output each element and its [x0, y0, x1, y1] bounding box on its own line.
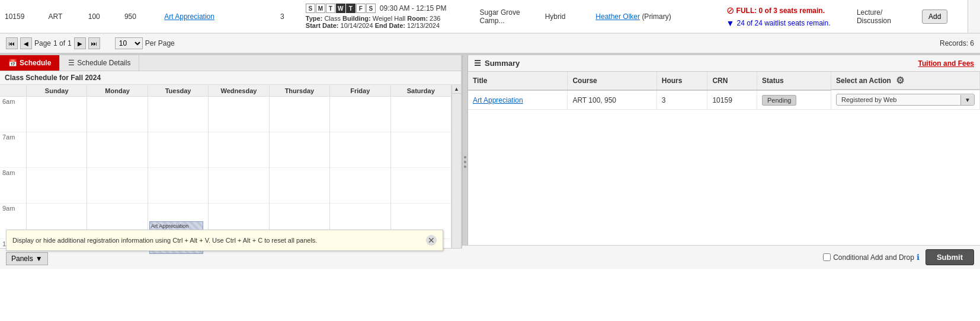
- summary-title: ☰ Summary: [474, 59, 520, 68]
- full-text: FULL: 0 of 3 seats remain.: [736, 7, 825, 15]
- course-num-cell: 100: [84, 0, 120, 33]
- pagination-left: ⏮ ◀ Page 1 of 1 ▶ ⏭ 10 25 50 100 Per Pag…: [6, 37, 175, 49]
- col-title: Title: [468, 72, 568, 90]
- col-action-label: Select an Action: [836, 77, 891, 85]
- cell-wed-7: [209, 132, 268, 168]
- gear-icon[interactable]: ⚙: [896, 75, 904, 86]
- tab-schedule-details[interactable]: ☰ Schedule Details: [60, 55, 139, 71]
- cell-wed-8: [209, 168, 268, 204]
- day-m: M: [316, 4, 325, 13]
- building-value: Weigel Hall: [373, 15, 405, 22]
- next-page-button[interactable]: ▶: [74, 37, 86, 49]
- tab-bar: 📅 Schedule ☰ Schedule Details: [0, 55, 461, 71]
- resize-handle[interactable]: [462, 55, 468, 269]
- page-label: Page: [34, 39, 51, 47]
- course-row: 10159 ART 100 950 Art Appreciation 3 S M…: [0, 0, 980, 33]
- summary-icon: ☰: [474, 59, 481, 68]
- days-row: S M T W T F S 09:30 AM - 12:15 PM: [306, 4, 470, 13]
- submit-button[interactable]: Submit: [925, 249, 974, 265]
- row-hours: 3: [656, 90, 707, 110]
- seats-cell: ⊘ FULL: 0 of 3 seats remain. ▼ 24 of 24 …: [722, 0, 852, 33]
- header-thursday: Thursday: [270, 85, 329, 97]
- prev-page-button[interactable]: ◀: [20, 37, 32, 49]
- schedule-bottom-bar: Panels ▼: [0, 248, 462, 269]
- resize-dot-2: [464, 161, 466, 163]
- resize-dot-3: [464, 166, 466, 168]
- tab-schedule[interactable]: 📅 Schedule: [0, 55, 60, 71]
- submit-bar: Conditional Add and Drop ℹ Submit: [462, 245, 980, 269]
- instructor-role: (Primary): [642, 12, 671, 21]
- list-icon: ☰: [68, 59, 75, 67]
- cell-sun-8: [27, 168, 87, 204]
- header-sunday: Sunday: [27, 85, 87, 97]
- header-friday: Friday: [330, 85, 390, 97]
- start-value: 10/14/2024: [341, 22, 373, 29]
- instructor-link[interactable]: Heather Olker: [595, 12, 640, 21]
- bottom-section: 📅 Schedule ☰ Schedule Details Class Sche…: [0, 55, 980, 269]
- info-icon[interactable]: ℹ: [917, 253, 920, 262]
- course-results-section: 10159 ART 100 950 Art Appreciation 3 S M…: [0, 0, 980, 55]
- tab-schedule-details-label: Schedule Details: [77, 59, 130, 67]
- campus-cell: Sugar Grove Camp...: [475, 0, 540, 33]
- dropdown-arrow-icon[interactable]: ▼: [960, 95, 974, 105]
- tuition-fees-link[interactable]: Tuition and Fees: [918, 59, 974, 68]
- panels-button[interactable]: Panels ▼: [6, 252, 48, 265]
- cell-sat-7: [391, 132, 451, 168]
- scroll-up-btn[interactable]: ▲: [452, 85, 461, 94]
- vertical-scrollbar[interactable]: ▲ ▼: [451, 85, 461, 269]
- tooltip-text: Display or hide additional registration …: [12, 237, 317, 244]
- end-label: End Date:: [375, 22, 405, 29]
- page-of: 1 of: [53, 39, 65, 47]
- end-value: 12/13/2024: [407, 22, 440, 29]
- cell-sat-6: [391, 97, 451, 132]
- time-7am: 7am: [0, 132, 26, 168]
- schedule-panel: 📅 Schedule ☰ Schedule Details Class Sche…: [0, 55, 462, 269]
- method-cell: Hybrid: [540, 0, 591, 33]
- records-count: Records: 6: [940, 39, 974, 47]
- header-monday: Monday: [87, 85, 147, 97]
- col-crn: CRN: [707, 72, 757, 90]
- instructor-cell: Heather Olker (Primary): [591, 0, 721, 33]
- row-action: Registered by Web ▼: [831, 90, 980, 110]
- col-action: Select an Action ⚙: [831, 72, 979, 90]
- tab-schedule-label: Schedule: [20, 59, 51, 67]
- summary-row-1: Art Appreciation ART 100, 950 3 10159 Pe…: [468, 90, 980, 110]
- full-line: ⊘ FULL: 0 of 3 seats remain.: [726, 5, 847, 16]
- type-label: Type:: [306, 15, 323, 22]
- right-scroll: [968, 0, 980, 33]
- room-label: Room:: [407, 15, 428, 22]
- waitlist-text: 24 of 24 waitlist seats remain.: [736, 19, 830, 27]
- row-title-link[interactable]: Art Appreciation: [473, 96, 523, 104]
- row-title: Art Appreciation: [468, 90, 568, 110]
- time-header: [0, 85, 26, 97]
- time-8am: 8am: [0, 168, 26, 204]
- summary-header-row: Title Course Hours CRN Status Select an …: [468, 72, 980, 90]
- per-page-label: Per Page: [145, 39, 175, 47]
- seats-info: ⊘ FULL: 0 of 3 seats remain. ▼ 24 of 24 …: [726, 5, 847, 28]
- cell-fri-7: [330, 132, 390, 168]
- cell-thu-8: [270, 168, 329, 204]
- status-badge: Pending: [762, 95, 796, 106]
- resize-dot-1: [464, 156, 466, 158]
- cell-tue-7: [148, 132, 208, 168]
- summary-header: ☰ Summary Tuition and Fees: [468, 55, 980, 72]
- action-dropdown[interactable]: Registered by Web ▼: [836, 94, 975, 106]
- scroll-track: [452, 94, 461, 260]
- conditional-checkbox[interactable]: [823, 253, 831, 261]
- day-s2: S: [366, 4, 376, 13]
- building-label: Building:: [342, 15, 371, 22]
- first-page-button[interactable]: ⏮: [6, 37, 18, 49]
- full-icon: ⊘: [726, 5, 734, 16]
- cell-sun-7: [27, 132, 87, 168]
- add-cell: Add: [917, 0, 968, 33]
- tooltip-close-button[interactable]: ✕: [426, 235, 437, 246]
- panels-label: Panels: [11, 255, 33, 263]
- course-title-link[interactable]: Art Appreciation: [164, 12, 214, 21]
- page-total: 1: [68, 39, 72, 47]
- time-6am: 6am: [0, 97, 26, 132]
- add-button[interactable]: Add: [922, 9, 947, 24]
- row-status: Pending: [757, 90, 831, 110]
- subject-cell: ART: [43, 0, 83, 33]
- per-page-select[interactable]: 10 25 50 100: [115, 37, 143, 49]
- last-page-button[interactable]: ⏭: [88, 37, 100, 49]
